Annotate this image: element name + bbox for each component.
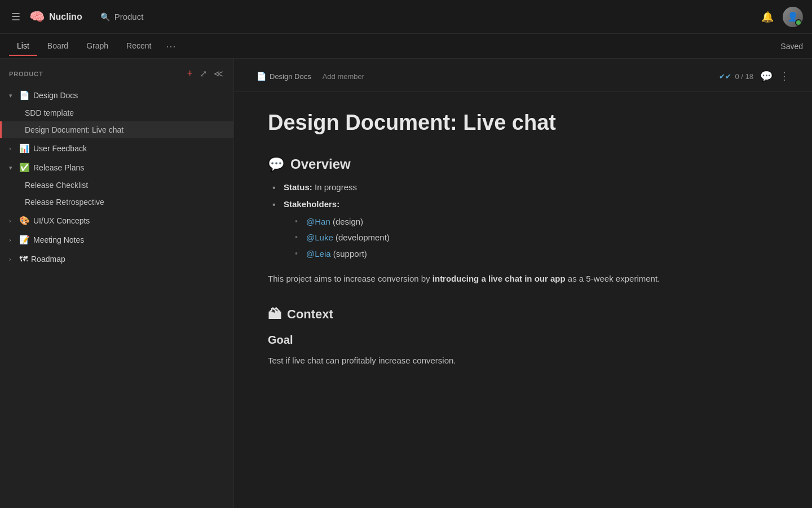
han-role: (design) <box>333 217 363 226</box>
topbar-left: ☰ 🧠 Nuclino 🔍 Product <box>9 8 143 25</box>
context-heading: 🏔 Context <box>268 306 674 322</box>
overview-description: This project aims to increase conversion… <box>268 271 674 286</box>
sidebar-item-sdd-template[interactable]: SDD template ⧉ <box>0 104 233 121</box>
stakeholders-label: Stakeholders: <box>284 199 339 209</box>
breadcrumb-text: Design Docs <box>270 72 311 81</box>
sidebar-title: PRODUCT <box>9 71 181 77</box>
topbar-right: 🔔 👤 <box>761 7 803 27</box>
chevron-meeting-notes: › <box>9 237 16 243</box>
meeting-notes-icon: 📝 <box>19 235 30 245</box>
logo-icon: 🧠 <box>29 10 45 24</box>
mention-han[interactable]: @Han <box>306 217 330 226</box>
sidebar-group-uiux-header[interactable]: › 🎨 UI/UX Concepts ⧉ <box>0 212 233 230</box>
context-heading-text: Context <box>287 307 333 322</box>
chevron-uiux: › <box>9 217 16 224</box>
breadcrumb: 📄 Design Docs <box>257 72 311 81</box>
content-area: 📄 Design Docs Add member ✔✔ 0 / 18 💬 ⋮ D… <box>234 59 812 508</box>
sidebar-group-release-plans-header[interactable]: ▾ ✅ Release Plans ⧉ <box>0 159 233 177</box>
checklist-badge: ✔✔ 0 / 18 <box>719 72 753 81</box>
sidebar-item-release-checklist[interactable]: Release Checklist ⧉ <box>0 177 233 194</box>
overview-icon: 💬 <box>268 156 285 172</box>
sidebar-group-release-plans: ▾ ✅ Release Plans ⧉ Release Checklist ⧉ … <box>0 159 233 211</box>
release-checklist-label: Release Checklist <box>25 181 88 190</box>
sidebar-group-meeting-notes: › 📝 Meeting Notes ⧉ <box>0 231 233 249</box>
mention-leia[interactable]: @Leia <box>306 249 331 259</box>
sidebar-group-roadmap: › 🗺 Roadmap ⧉ <box>0 250 233 268</box>
luke-role: (development) <box>336 233 390 242</box>
sidebar-group-user-feedback: › 📊 User Feedback ⧉ <box>0 139 233 157</box>
design-doc-live-chat-label: Design Document: Live chat <box>25 125 123 134</box>
design-docs-icon: 📄 <box>19 90 30 100</box>
context-section: 🏔 Context Goal Test if live chat can pro… <box>268 306 674 368</box>
user-feedback-label: User Feedback <box>33 144 216 153</box>
overview-description-bold: introducing a live chat in our app <box>433 274 566 283</box>
topbar: ☰ 🧠 Nuclino 🔍 Product 🔔 👤 <box>0 0 812 34</box>
main: PRODUCT + ⤢ ≪ ▾ 📄 Design Docs ⧉ SDD temp… <box>0 59 812 508</box>
tab-graph[interactable]: Graph <box>78 37 116 56</box>
tab-recent[interactable]: Recent <box>118 37 159 56</box>
sdd-template-label: SDD template <box>25 108 74 117</box>
release-plans-label: Release Plans <box>33 163 216 172</box>
doc-title: Design Document: Live chat <box>268 110 674 136</box>
chevron-release-plans: ▾ <box>9 164 16 172</box>
stakeholders-item: Stakeholders: @Han (design) @Luke (devel… <box>272 198 674 260</box>
checklist-icon: ✔✔ <box>719 72 731 81</box>
sidebar-header: PRODUCT + ⤢ ≪ <box>0 59 233 86</box>
overview-list: Status: In progress Stakeholders: @Han (… <box>268 181 674 261</box>
goal-heading: Goal <box>268 334 674 347</box>
stakeholder-luke: @Luke (development) <box>295 231 674 244</box>
stakeholder-leia: @Leia (support) <box>295 248 674 261</box>
avatar[interactable]: 👤 <box>783 7 803 27</box>
sidebar-add-button[interactable]: + <box>186 67 194 81</box>
sidebar-expand-icon[interactable]: ⤢ <box>198 67 208 80</box>
status-item: Status: In progress <box>272 181 674 194</box>
status-value: In progress <box>315 182 357 192</box>
user-feedback-icon: 📊 <box>19 143 30 154</box>
stakeholders-list: @Han (design) @Luke (development) @Leia … <box>284 216 674 261</box>
sidebar-group-meeting-notes-header[interactable]: › 📝 Meeting Notes ⧉ <box>0 231 233 249</box>
logo: 🧠 Nuclino <box>29 10 82 24</box>
tab-board[interactable]: Board <box>39 37 76 56</box>
chevron-user-feedback: › <box>9 145 16 152</box>
design-docs-label: Design Docs <box>33 91 216 100</box>
sidebar-collapse-icon[interactable]: ≪ <box>213 67 224 80</box>
menu-icon[interactable]: ☰ <box>9 8 23 25</box>
add-member-button[interactable]: Add member <box>323 72 364 81</box>
sidebar-item-release-retrospective[interactable]: Release Retrospective ⧉ <box>0 194 233 211</box>
nav-more-icon[interactable]: ⋯ <box>161 38 180 55</box>
search-placeholder: Product <box>114 12 144 21</box>
overview-section: 💬 Overview Status: In progress Stakehold… <box>268 156 674 286</box>
stakeholder-han: @Han (design) <box>295 216 674 229</box>
chevron-design-docs: ▾ <box>9 92 16 99</box>
chevron-roadmap: › <box>9 256 16 262</box>
release-retrospective-label: Release Retrospective <box>25 198 104 207</box>
content-header: 📄 Design Docs Add member ✔✔ 0 / 18 💬 ⋮ <box>234 59 812 92</box>
sidebar-group-uiux: › 🎨 UI/UX Concepts ⧉ <box>0 212 233 230</box>
tab-list[interactable]: List <box>9 37 37 56</box>
uiux-icon: 🎨 <box>19 216 30 226</box>
logo-text: Nuclino <box>49 12 82 22</box>
sidebar-group-user-feedback-header[interactable]: › 📊 User Feedback ⧉ <box>0 139 233 157</box>
roadmap-icon: 🗺 <box>19 254 28 264</box>
comment-icon[interactable]: 💬 <box>760 70 773 82</box>
mention-luke[interactable]: @Luke <box>306 233 333 242</box>
content-body: Design Document: Live chat 💬 Overview St… <box>234 92 719 390</box>
overview-heading: 💬 Overview <box>268 156 674 172</box>
goal-text: Test if live chat can profitably increas… <box>268 353 674 368</box>
context-icon: 🏔 <box>268 306 281 322</box>
uiux-label: UI/UX Concepts <box>33 216 216 225</box>
content-toolbar-right: ✔✔ 0 / 18 💬 ⋮ <box>719 70 789 82</box>
sidebar-group-design-docs-header[interactable]: ▾ 📄 Design Docs ⧉ <box>0 86 233 104</box>
meeting-notes-label: Meeting Notes <box>33 235 216 244</box>
nav-tabs: List Board Graph Recent ⋯ Saved <box>0 34 812 59</box>
notification-icon[interactable]: 🔔 <box>761 11 774 23</box>
search-icon: 🔍 <box>100 12 110 21</box>
sidebar-item-design-doc-live-chat[interactable]: Design Document: Live chat ⧉ <box>0 121 233 138</box>
release-plans-icon: ✅ <box>19 163 30 173</box>
search-bar[interactable]: 🔍 Product <box>100 12 144 21</box>
status-label: Status: <box>284 182 312 192</box>
sidebar-group-design-docs: ▾ 📄 Design Docs ⧉ SDD template ⧉ Design … <box>0 86 233 138</box>
nav-saved: Saved <box>780 42 803 51</box>
sidebar-group-roadmap-header[interactable]: › 🗺 Roadmap ⧉ <box>0 250 233 268</box>
more-options-icon[interactable]: ⋮ <box>779 70 789 82</box>
